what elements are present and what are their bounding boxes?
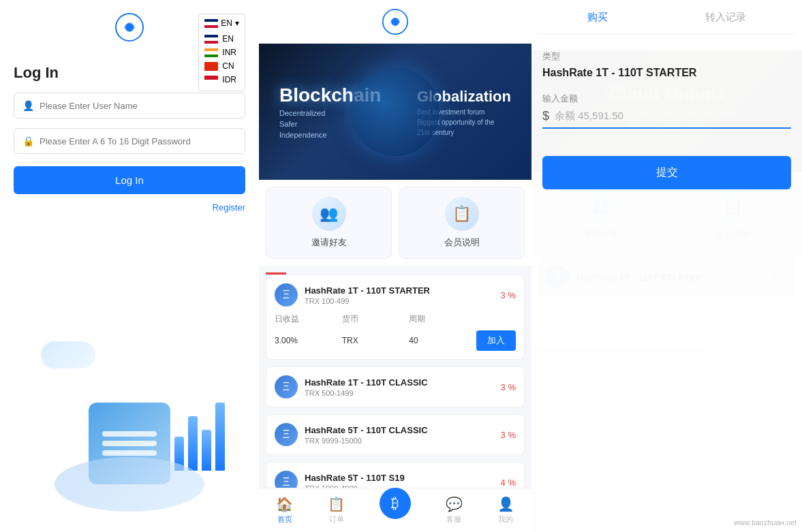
product-icon: Ξ [275, 375, 298, 398]
idr-label: IDR [222, 75, 236, 84]
profile-label: 我的 [498, 514, 513, 525]
nav-profile[interactable]: 👤 我的 [497, 496, 514, 525]
id-flag-icon [204, 76, 218, 84]
register-link[interactable]: Register [213, 202, 245, 213]
hero-banner: Blockchain Decentralized Safer Independe… [259, 44, 531, 180]
main-panel: Blockchain Decentralized Safer Independe… [259, 0, 531, 532]
login-panel: EN ▾ EN INR CN IDR Log In 👤 [0, 0, 259, 532]
nav-support[interactable]: 💬 客服 [446, 496, 463, 525]
product-details: 日收益 货币 周期 3.00% TRX 40 加入 [275, 313, 516, 351]
username-input[interactable] [40, 101, 236, 111]
bottom-navigation: 🏠 首页 📋 订单 ₿ 💬 客服 👤 我的 [259, 488, 531, 532]
product-name: HashRate 1T - 110T STARTER [305, 285, 501, 296]
product-item: Ξ HashRate 1T - 110T STARTER TRX 100-499… [266, 275, 525, 360]
product-range: TRX 9999-15000 [305, 437, 501, 445]
password-input[interactable] [40, 136, 236, 146]
quick-links-area: 👥 邀请好友 📋 会员说明 [259, 180, 531, 266]
daily-value: 3.00% [275, 336, 337, 345]
login-button[interactable]: Log In [14, 166, 245, 194]
server-line-2 [102, 441, 157, 446]
product-range: TRX 100-499 [305, 297, 501, 305]
server-line-3 [102, 450, 157, 456]
lang-inr[interactable]: INR [204, 46, 239, 59]
invite-label: 邀请好友 [311, 236, 347, 249]
product-name: HashRate 5T - 110T CLASSIC [305, 425, 501, 435]
tab-history[interactable]: 转入记录 [692, 7, 760, 28]
product-rate: 3 % [501, 290, 516, 300]
lang-idr[interactable]: IDR [204, 73, 239, 87]
right-panel: Cloud MininG Redefine the beginning of d… [531, 0, 802, 532]
product-info: HashRate 1T - 110T CLASSIC TRX 500-1499 [305, 377, 501, 397]
product-rate: 4 % [501, 478, 516, 488]
product-info: HashRate 1T - 110T STARTER TRX 100-499 [305, 285, 501, 305]
lang-cn[interactable]: CN [204, 59, 239, 73]
watermark: www.tiaozhuан.net [734, 518, 797, 527]
product-info: HashRate 5T - 110T CLASSIC TRX 9999-1500… [305, 425, 501, 445]
nav-bitcoin[interactable]: ₿ [380, 501, 411, 519]
join-button[interactable]: 加入 [476, 330, 516, 351]
nav-home[interactable]: 🏠 首页 [276, 496, 293, 525]
uk-flag-icon [204, 19, 218, 28]
lang-list: EN INR CN IDR [204, 32, 239, 87]
profile-icon: 👤 [497, 496, 514, 512]
lock-icon: 🔒 [22, 136, 34, 146]
product-rate: 3 % [501, 382, 516, 392]
base-ellipse [55, 457, 204, 512]
invite-friends-card[interactable]: 👥 邀请好友 [266, 187, 392, 259]
product-range: TRX 500-1499 [305, 389, 501, 397]
amount-input-row: $ 余额 45,591.50 [542, 109, 791, 129]
bar-3 [202, 430, 211, 471]
cloud-shape [41, 341, 95, 369]
bar-chart-illustration [174, 403, 225, 471]
currency-value: TRX [342, 336, 404, 345]
mid-logo-icon [382, 8, 409, 35]
product-rate: 3 % [501, 430, 516, 440]
product-icon: Ξ [275, 283, 298, 307]
language-dropdown[interactable]: EN ▾ EN INR CN IDR [198, 14, 245, 91]
amount-label: 输入金额 [542, 93, 791, 105]
period-value: 40 [409, 336, 471, 345]
svg-point-3 [392, 18, 399, 26]
inr-label: INR [222, 48, 236, 57]
period-header: 周期 [409, 313, 471, 325]
purchase-section: 类型 HashRate 1T - 110T STARTER 输入金额 $ 余额 … [531, 50, 802, 189]
tab-buy[interactable]: 购买 [574, 7, 621, 28]
chevron-down-icon: ▾ [235, 18, 239, 28]
type-value: HashRate 1T - 110T STARTER [542, 67, 791, 79]
membership-card[interactable]: 📋 会员说明 [399, 187, 525, 259]
support-icon: 💬 [446, 496, 463, 512]
orders-label: 订单 [329, 514, 344, 525]
illustration-area [0, 334, 259, 512]
home-icon: 🏠 [276, 496, 293, 512]
register-link-area: Register [0, 201, 259, 213]
bitcoin-icon: ₿ [380, 488, 411, 519]
support-label: 客服 [446, 514, 461, 525]
product-item: Ξ HashRate 1T - 110T CLASSIC TRX 500-149… [266, 366, 525, 407]
logo-icon [114, 12, 144, 42]
lang-header[interactable]: EN ▾ [204, 18, 239, 28]
password-group: 🔒 [14, 128, 245, 154]
illustration [20, 334, 238, 512]
home-label: 首页 [277, 514, 292, 525]
dollar-sign: $ [542, 109, 549, 123]
cn-label: CN [222, 61, 234, 71]
user-icon: 👤 [22, 100, 34, 111]
product-item: Ξ HashRate 5T - 110T CLASSIC TRX 9999-15… [266, 414, 525, 455]
lang-en[interactable]: EN [204, 32, 239, 46]
in-flag-icon [204, 48, 218, 57]
product-header: Ξ HashRate 1T - 110T STARTER TRX 100-499… [275, 283, 516, 307]
product-header: Ξ HashRate 5T - 110T CLASSIC TRX 9999-15… [275, 423, 516, 446]
daily-header: 日收益 [275, 313, 337, 325]
product-name: HashRate 1T - 110T CLASSIC [305, 377, 501, 388]
purchase-header: 购买 转入记录 [531, 0, 802, 50]
submit-button[interactable]: 提交 [542, 156, 791, 189]
svg-point-1 [125, 23, 134, 31]
purchase-tabs: 购买 转入记录 [538, 7, 795, 34]
server-line-1 [102, 431, 157, 437]
invite-icon: 👥 [312, 197, 346, 231]
orders-icon: 📋 [328, 496, 345, 512]
balance-hint: 余额 45,591.50 [555, 110, 623, 123]
login-form: 👤 🔒 Log In [0, 93, 259, 194]
nav-orders[interactable]: 📋 订单 [328, 496, 345, 525]
bar-2 [188, 416, 198, 471]
